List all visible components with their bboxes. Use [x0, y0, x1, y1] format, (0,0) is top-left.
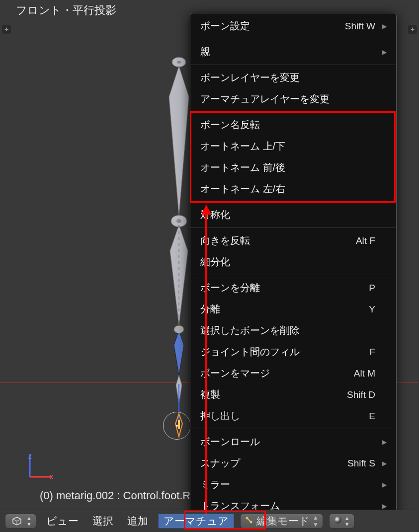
svg-line-16	[13, 519, 17, 521]
panel-expand-right[interactable]: +	[408, 25, 417, 34]
svg-marker-7	[174, 330, 184, 375]
menu-separator	[190, 112, 396, 112]
menu-item-label: 向きを反転	[200, 234, 351, 247]
menu-item-label: スナップ	[200, 456, 342, 470]
mode-label: 編集モード	[256, 514, 310, 528]
menu-item[interactable]: ボーンレイヤーを変更	[190, 67, 396, 88]
menu-item-label: 対称化	[200, 208, 375, 222]
menu-item[interactable]: ジョイント間のフィルF	[190, 341, 396, 363]
menu-item[interactable]: 向きを反転Alt F	[190, 230, 396, 251]
editor-type-selector[interactable]: ▲▼	[5, 514, 36, 529]
axis-x-label: x	[50, 472, 53, 480]
svg-point-8	[174, 325, 184, 333]
menu-armature[interactable]: アーマチュア	[158, 514, 234, 529]
menu-item-shortcut: P	[369, 283, 375, 294]
menu-item-shortcut: Shift D	[347, 389, 375, 400]
view-projection-label: フロント・平行投影	[16, 3, 116, 18]
armature-context-menu: ボーン設定Shift W▶親▶ボーンレイヤーを変更アーマチュアレイヤーを変更ボー…	[190, 13, 397, 519]
menu-item[interactable]: スナップShift S▶	[190, 453, 396, 474]
viewport-header: ▲▼ ビュー 選択 追加 アーマチュア 編集モード ▲▼ ▲▼	[0, 510, 419, 532]
cube-icon	[9, 514, 24, 528]
svg-marker-2	[169, 66, 189, 216]
chevron-right-icon: ▶	[382, 460, 386, 467]
chevron-right-icon: ▶	[382, 49, 386, 56]
menu-item[interactable]: ボーンをマージAlt M	[190, 363, 396, 384]
svg-point-1	[177, 61, 181, 64]
menu-add[interactable]: 追加	[123, 512, 152, 530]
menu-select[interactable]: 選択	[88, 512, 117, 530]
menu-item-label: ボーンをマージ	[200, 367, 349, 380]
menu-item[interactable]: 親▶	[190, 41, 396, 63]
menu-separator	[190, 39, 396, 39]
menu-view[interactable]: ビュー	[42, 512, 83, 530]
panel-expand-left[interactable]: +	[2, 25, 11, 34]
menu-item[interactable]: オートネーム 左/右	[190, 178, 396, 200]
menu-item-label: アーマチュアレイヤーを変更	[200, 92, 375, 106]
menu-item[interactable]: 選択したボーンを削除	[190, 320, 396, 341]
menu-separator	[190, 65, 396, 65]
menu-item[interactable]: ミラー▶	[190, 474, 396, 495]
svg-line-17	[17, 519, 21, 521]
axis-z-label: z	[28, 452, 32, 460]
menu-item-label: ボーンを分離	[200, 281, 364, 295]
menu-item-label: 押し出し	[200, 409, 364, 423]
armature-icon	[245, 515, 253, 527]
menu-separator	[190, 228, 396, 228]
active-object-label: (0) metarig.002 : Control.foot.R	[40, 489, 190, 502]
menu-item-label: 分離	[200, 303, 364, 316]
menu-item-shortcut: E	[369, 411, 375, 422]
menu-item[interactable]: 押し出しE	[190, 405, 396, 427]
menu-item-label: 細分化	[200, 255, 375, 269]
menu-item-label: 複製	[200, 388, 342, 401]
menu-item[interactable]: アーマチュアレイヤーを変更	[190, 88, 396, 110]
menu-item[interactable]: 複製Shift D	[190, 384, 396, 405]
menu-separator	[190, 202, 396, 202]
menu-separator	[190, 275, 396, 275]
chevron-right-icon: ▶	[382, 503, 386, 510]
updown-icon: ▲▼	[344, 515, 350, 527]
cursor-3d	[163, 412, 191, 440]
menu-item-label: 選択したボーンを削除	[200, 324, 375, 337]
updown-icon: ▲▼	[313, 514, 319, 528]
menu-item-label: ジョイント間のフィル	[200, 345, 364, 359]
updown-icon: ▲▼	[26, 515, 32, 527]
menu-item-label: オートネーム 左/右	[200, 182, 375, 196]
menu-item-label: オートネーム 前/後	[200, 161, 375, 174]
menu-item-shortcut: Alt F	[356, 235, 375, 246]
menu-item-label: ミラー	[200, 478, 375, 491]
menu-item-label: ボーンレイヤーを変更	[200, 71, 375, 84]
menu-item[interactable]: ボーンロール▶	[190, 431, 396, 453]
menu-item-shortcut: Y	[369, 304, 375, 315]
menu-separator	[190, 429, 396, 429]
sphere-icon	[334, 515, 342, 527]
chevron-right-icon: ▶	[382, 23, 386, 30]
svg-point-22	[335, 517, 341, 524]
menu-item[interactable]: 分離Y	[190, 299, 396, 320]
svg-line-21	[248, 519, 250, 522]
menu-item[interactable]: ボーン設定Shift W▶	[190, 15, 396, 37]
menu-item[interactable]: 対称化	[190, 204, 396, 226]
chevron-right-icon: ▶	[382, 481, 386, 488]
menu-item-shortcut: Shift S	[347, 458, 375, 469]
mode-selector[interactable]: 編集モード ▲▼	[240, 514, 323, 529]
menu-item[interactable]: 細分化	[190, 251, 396, 273]
svg-point-4	[176, 219, 181, 223]
menu-item-label: ボーンロール	[200, 435, 375, 449]
menu-item[interactable]: オートネーム 上/下	[190, 136, 396, 157]
menu-item-label: ボーン設定	[200, 19, 340, 33]
menu-item-shortcut: F	[369, 347, 375, 358]
menu-item-label: 親	[200, 45, 375, 59]
menu-item[interactable]: ボーン名反転	[190, 114, 396, 136]
menu-item-shortcut: Alt M	[354, 368, 375, 379]
menu-item[interactable]: オートネーム 前/後	[190, 157, 396, 178]
menu-item-shortcut: Shift W	[345, 21, 375, 32]
shading-selector[interactable]: ▲▼	[329, 514, 354, 529]
menu-item-label: ボーン名反転	[200, 118, 375, 132]
annotation-arrow	[205, 206, 207, 514]
chevron-right-icon: ▶	[382, 439, 386, 446]
menu-item-label: オートネーム 上/下	[200, 140, 375, 153]
menu-item[interactable]: ボーンを分離P	[190, 277, 396, 299]
